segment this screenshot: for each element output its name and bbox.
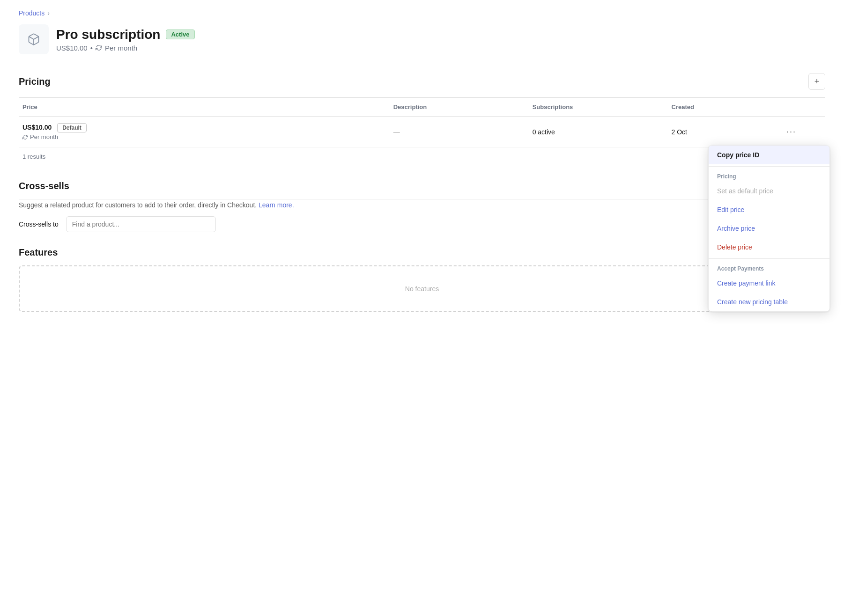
- col-description-header: Description: [390, 98, 529, 117]
- table-row: US$10.00 Default Per month —: [19, 117, 825, 147]
- recurring-icon: [96, 44, 102, 51]
- breadcrumb-separator: ›: [47, 9, 50, 17]
- created-cell: 2 Oct: [668, 117, 779, 147]
- recurring-small-icon: [22, 134, 28, 140]
- crosssells-divider: [19, 199, 825, 199]
- features-section-header: Features: [19, 247, 825, 258]
- dropdown-divider-2: [709, 258, 829, 259]
- product-header: Pro subscription Active US$10.00 • Per m…: [19, 24, 825, 54]
- product-price: US$10.00: [56, 44, 88, 52]
- description-value: —: [393, 128, 400, 136]
- row-actions-button[interactable]: ···: [783, 125, 800, 139]
- breadcrumb: Products ›: [19, 9, 825, 17]
- col-actions-header: [779, 98, 825, 117]
- crosssells-section-title: Cross-sells: [19, 181, 69, 191]
- status-badge: Active: [166, 29, 194, 39]
- results-count: 1 results: [19, 147, 825, 166]
- pricing-table: Price Description Subscriptions Created …: [19, 98, 825, 147]
- price-amount: US$10.00 Default: [22, 123, 386, 132]
- product-title: Pro subscription: [56, 27, 160, 42]
- price-frequency: Per month: [22, 133, 386, 140]
- copy-price-id-button[interactable]: Copy price ID: [709, 146, 829, 164]
- pricing-section-header: Pricing +: [19, 73, 825, 90]
- crosssells-label: Cross-sells to: [19, 220, 59, 228]
- subscriptions-cell: 0 active: [529, 117, 668, 147]
- table-header-row: Price Description Subscriptions Created: [19, 98, 825, 117]
- price-period: Per month: [30, 133, 58, 140]
- set-default-price-button[interactable]: Set as default price: [709, 182, 829, 200]
- price-amount-value: US$10.00: [22, 124, 52, 131]
- dropdown-menu: Copy price ID Pricing Set as default pri…: [708, 145, 830, 312]
- product-info: Pro subscription Active US$10.00 • Per m…: [56, 27, 195, 52]
- col-price-header: Price: [19, 98, 390, 117]
- product-subtitle: US$10.00 • Per month: [56, 44, 195, 52]
- product-icon: [27, 33, 40, 46]
- col-subscriptions-header: Subscriptions: [529, 98, 668, 117]
- product-icon-box: [19, 24, 49, 54]
- dropdown-pricing-label: Pricing: [709, 169, 829, 182]
- crosssells-input[interactable]: [66, 216, 216, 232]
- price-cell: US$10.00 Default Per month: [19, 117, 390, 147]
- crosssells-section-header: Cross-sells: [19, 181, 825, 191]
- features-empty-text: No features: [405, 285, 439, 293]
- product-title-row: Pro subscription Active: [56, 27, 195, 42]
- pricing-section: Pricing + Price Description Subscription…: [19, 73, 825, 166]
- features-section: Features No features: [19, 247, 825, 312]
- crosssells-description: Suggest a related product for customers …: [19, 201, 825, 209]
- crosssells-learn-more-link[interactable]: Learn more.: [259, 201, 294, 209]
- description-cell: —: [390, 117, 529, 147]
- features-empty-state: No features: [19, 265, 825, 312]
- edit-price-button[interactable]: Edit price: [709, 200, 829, 219]
- default-badge: Default: [57, 123, 87, 132]
- add-price-button[interactable]: +: [808, 73, 825, 90]
- subscriptions-value: 0 active: [533, 128, 555, 136]
- crosssells-section: Cross-sells Suggest a related product fo…: [19, 181, 825, 232]
- created-value: 2 Oct: [672, 128, 687, 136]
- archive-price-button[interactable]: Archive price: [709, 219, 829, 238]
- crosssells-desc-text: Suggest a related product for customers …: [19, 201, 257, 209]
- product-period-dot: •: [90, 44, 93, 52]
- product-period: Per month: [105, 44, 137, 52]
- dropdown-accept-payments-label: Accept Payments: [709, 261, 829, 274]
- crosssells-row: Cross-sells to: [19, 216, 825, 232]
- create-pricing-table-button[interactable]: Create new pricing table: [709, 293, 829, 311]
- actions-cell: ···: [779, 117, 825, 147]
- col-created-header: Created: [668, 98, 779, 117]
- pricing-section-title: Pricing: [19, 76, 51, 87]
- delete-price-button[interactable]: Delete price: [709, 238, 829, 257]
- dropdown-divider-1: [709, 166, 829, 167]
- breadcrumb-products-link[interactable]: Products: [19, 9, 44, 17]
- create-payment-link-button[interactable]: Create payment link: [709, 274, 829, 293]
- features-section-title: Features: [19, 247, 58, 258]
